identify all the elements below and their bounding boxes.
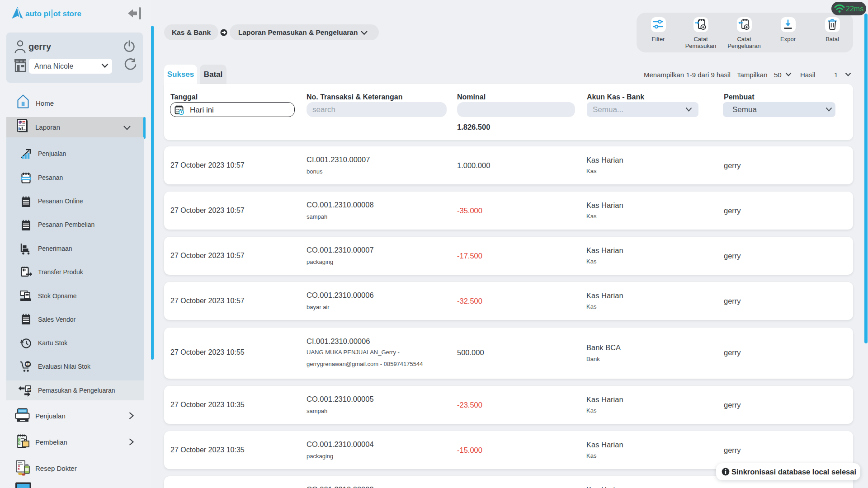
svg-text:RP: RP: [26, 363, 30, 366]
svg-text:RP: RP: [27, 389, 31, 391]
